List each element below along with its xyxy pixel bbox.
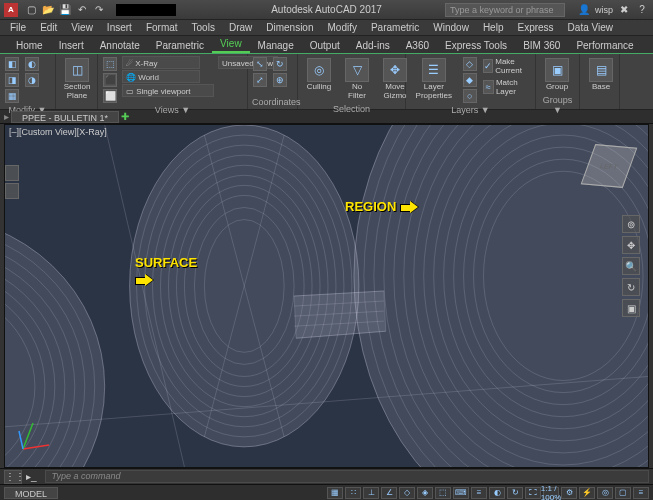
modify-btn-2[interactable]: ◨ [4,72,20,88]
3dosnap-toggle-icon[interactable]: ◈ [417,487,433,499]
panel-layers-title[interactable]: Layers ▼ [410,105,531,115]
zoom-icon[interactable]: 🔍 [622,257,640,275]
viewport-config-dropdown[interactable]: ▭ Single viewport [122,84,214,97]
dynamic-ucs-icon[interactable]: ⬚ [435,487,451,499]
nav-btn-2[interactable]: ⬛ [102,72,118,88]
coord-btn-3[interactable]: ↻ [272,56,288,72]
tab-annotate[interactable]: Annotate [92,38,148,53]
make-current-button[interactable]: ✓Make Current [482,56,531,76]
group-button[interactable]: ▣Group [540,56,574,94]
menu-parametric[interactable]: Parametric [365,22,425,33]
clean-screen-icon[interactable]: ▢ [615,487,631,499]
viewport[interactable]: [–][Custom View][X-Ray] [4,124,649,468]
layer-properties-button[interactable]: ☰Layer Properties [410,56,458,103]
cycling-icon[interactable]: ↻ [507,487,523,499]
tab-home[interactable]: Home [8,38,51,53]
hardware-accel-icon[interactable]: ⚡ [579,487,595,499]
app-icon[interactable]: A [4,3,18,17]
modify-btn-5[interactable]: ◑ [24,72,40,88]
svg-line-46 [19,431,23,449]
section-plane-button[interactable]: ◫ Section Plane [60,56,94,103]
menu-modify[interactable]: Modify [322,22,363,33]
workspace-icon[interactable]: ⚙ [561,487,577,499]
start-tab-icon[interactable]: ▸ [4,111,9,122]
undo-icon[interactable]: ↶ [75,3,89,17]
tab-parametric[interactable]: Parametric [148,38,212,53]
dyn-input-icon[interactable]: ⌨ [453,487,469,499]
visual-style-dropdown[interactable]: ☄ X-Ray [122,56,200,69]
tab-performance[interactable]: Performance [568,38,641,53]
panel-groups-title[interactable]: Groups ▼ [540,95,575,115]
svg-line-45 [23,423,33,449]
help-icon[interactable]: ? [635,3,649,17]
layer-3[interactable]: ○ [462,88,478,104]
ortho-toggle-icon[interactable]: ⊥ [363,487,379,499]
drawing-tab[interactable]: PPEE - BULLETIN 1* [11,111,119,123]
menu-file[interactable]: File [4,22,32,33]
open-icon[interactable]: 📂 [41,3,55,17]
exchange-icon[interactable]: ✖ [617,3,631,17]
new-icon[interactable]: ▢ [24,3,38,17]
ucs-dropdown[interactable]: 🌐 World [122,70,200,83]
transparency-icon[interactable]: ◐ [489,487,505,499]
tab-output[interactable]: Output [302,38,348,53]
grid-toggle-icon[interactable]: ▦ [327,487,343,499]
pan-icon[interactable]: ✥ [622,236,640,254]
modify-btn-1[interactable]: ◧ [4,56,20,72]
zoom-level[interactable]: 1:1 / 100% [543,487,559,499]
layer-1[interactable]: ◇ [462,56,478,72]
culling-button[interactable]: ◎Culling [302,56,336,94]
menu-window[interactable]: Window [427,22,475,33]
steering-wheel-icon[interactable]: ⊚ [622,215,640,233]
menu-view[interactable]: View [65,22,99,33]
annotation-scale-icon[interactable]: ⛶ [525,487,541,499]
base-button[interactable]: ▤Base [584,56,618,94]
menu-format[interactable]: Format [140,22,184,33]
model-tab[interactable]: MODEL [4,487,58,499]
layer-2[interactable]: ◆ [462,72,478,88]
lineweight-icon[interactable]: ≡ [471,487,487,499]
cmdline-arrow-icon[interactable]: ▸_ [22,471,41,482]
showmotion-icon[interactable]: ▣ [622,299,640,317]
signin-icon[interactable]: 👤 [577,3,591,17]
polar-toggle-icon[interactable]: ∠ [381,487,397,499]
menu-express[interactable]: Express [511,22,559,33]
osnap-toggle-icon[interactable]: ◇ [399,487,415,499]
tab-manage[interactable]: Manage [250,38,302,53]
match-layer-button[interactable]: ≈Match Layer [482,77,531,97]
snap-toggle-icon[interactable]: ∷ [345,487,361,499]
coord-btn-2[interactable]: ⤢ [252,72,268,88]
modify-btn-4[interactable]: ◐ [24,56,40,72]
nav-btn-3[interactable]: ⬜ [102,88,118,104]
menu-edit[interactable]: Edit [34,22,63,33]
orbit-icon[interactable]: ↻ [622,278,640,296]
left-tab-2[interactable] [5,183,19,199]
tab-insert[interactable]: Insert [51,38,92,53]
redo-icon[interactable]: ↷ [92,3,106,17]
modify-btn-3[interactable]: ▦ [4,88,20,104]
infocenter-search-input[interactable]: Type a keyword or phrase [445,3,565,17]
cmdline-grip-icon[interactable]: ⋮⋮ [4,470,22,484]
menu-help[interactable]: Help [477,22,510,33]
new-tab-icon[interactable]: ✚ [121,111,129,122]
menu-dataview[interactable]: Data View [562,22,619,33]
coord-btn-4[interactable]: ⊕ [272,72,288,88]
coord-btn-1[interactable]: ⤡ [252,56,268,72]
tab-view[interactable]: View [212,36,250,53]
tab-bim360[interactable]: BIM 360 [515,38,568,53]
no-filter-button[interactable]: ▽No Filter [340,56,374,103]
menu-draw[interactable]: Draw [223,22,258,33]
command-input[interactable]: Type a command [45,470,649,483]
tab-addins[interactable]: Add-ins [348,38,398,53]
menu-tools[interactable]: Tools [186,22,221,33]
menu-dimension[interactable]: Dimension [260,22,319,33]
panel-modify: ◧ ◨ ▦ ◐ ◑ Modify ▼ [0,54,56,109]
tab-express[interactable]: Express Tools [437,38,515,53]
nav-btn-1[interactable]: ⬚ [102,56,118,72]
save-icon[interactable]: 💾 [58,3,72,17]
menu-insert[interactable]: Insert [101,22,138,33]
left-tab-1[interactable] [5,165,19,181]
isolate-icon[interactable]: ◎ [597,487,613,499]
tab-a360[interactable]: A360 [398,38,437,53]
customize-icon[interactable]: ≡ [633,487,649,499]
